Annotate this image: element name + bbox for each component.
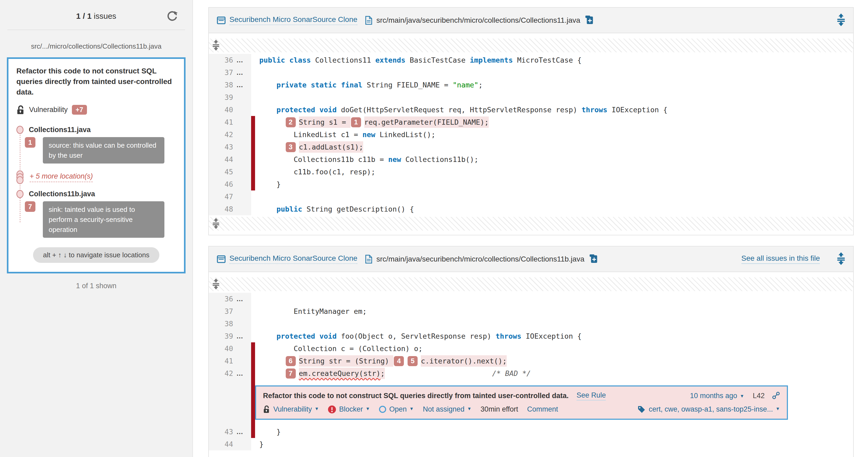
code-token: "name" <box>453 81 479 89</box>
line-number[interactable]: 42 <box>209 130 236 139</box>
scm-info-toggle[interactable]: … <box>236 56 251 64</box>
scm-info-toggle[interactable]: … <box>236 81 251 89</box>
chevron-down-icon: ▼ <box>314 406 319 412</box>
line-number[interactable]: 36 <box>209 56 236 64</box>
issue-location-badge[interactable]: 4 <box>394 356 404 366</box>
expand-code-below-strip[interactable] <box>209 217 853 231</box>
inline-issue-box[interactable]: Refactor this code to not construct SQL … <box>255 385 788 420</box>
issue-type-dropdown[interactable]: Vulnerability ▼ <box>263 405 319 414</box>
code-token: throws <box>582 106 608 114</box>
expand-panel-button[interactable] <box>837 252 845 266</box>
flow-location-row[interactable]: 7 sink: tainted value is used to perform… <box>25 201 176 238</box>
comment-button[interactable]: Comment <box>527 405 558 414</box>
issue-location-badge[interactable]: 1 <box>351 117 361 127</box>
line-number[interactable]: 37 <box>209 307 236 316</box>
line-number[interactable]: 42 <box>209 369 236 378</box>
scm-info-toggle[interactable]: … <box>236 332 251 340</box>
code-text <box>255 191 853 203</box>
coverage-bar-empty <box>251 293 255 305</box>
scm-info-toggle[interactable]: … <box>236 369 251 378</box>
flow-location-row[interactable]: 1 source: this value can be controlled b… <box>25 137 176 164</box>
issue-severity-dropdown[interactable]: Blocker ▼ <box>328 405 370 414</box>
line-gutter: 41 <box>209 116 251 128</box>
code-text <box>255 91 853 103</box>
permalink-button[interactable] <box>772 391 780 400</box>
issue-location-badge[interactable]: 2 <box>286 117 296 127</box>
code-token: class <box>289 56 311 64</box>
flow-file-bullet-icon <box>17 190 24 198</box>
scm-info-toggle[interactable]: … <box>236 428 251 436</box>
flow-file-row: Collections11.java <box>17 126 176 134</box>
project-link[interactable]: Securibench Micro SonarSource Clone <box>229 254 358 264</box>
line-gutter: 42 <box>209 128 251 141</box>
expand-code-above-strip[interactable] <box>209 39 853 52</box>
line-number[interactable]: 47 <box>209 193 236 201</box>
issue-tags-dropdown[interactable]: cert, cwe, owasp-a1, sans-top25-inse... … <box>638 405 780 414</box>
line-number[interactable]: 44 <box>209 155 236 164</box>
scm-info-toggle[interactable]: … <box>236 68 251 76</box>
coverage-bar-empty <box>251 305 255 318</box>
selected-issue-card[interactable]: Refactor this code to not construct SQL … <box>7 57 186 273</box>
project-link[interactable]: Securibench Micro SonarSource Clone <box>229 15 358 25</box>
code-line: 42 LinkedList c1 = new LinkedList(); <box>209 128 853 141</box>
see-all-issues-link[interactable]: See all issues in this file <box>741 254 820 264</box>
expand-lines-button[interactable] <box>213 218 219 230</box>
code-line: 40 Collection c = (Collection) o; <box>209 342 853 355</box>
expand-code-above-strip[interactable] <box>209 278 853 291</box>
issues-count: 1 / 1 <box>76 12 91 20</box>
line-gutter: 47 <box>209 191 251 203</box>
code-text: protected void foo(Object o, ServletResp… <box>255 330 853 342</box>
line-number[interactable]: 44 <box>209 440 236 448</box>
code-token: new <box>388 155 401 164</box>
issue-assignee-dropdown[interactable]: Not assigned ▼ <box>423 405 471 414</box>
issue-coverage-bar <box>251 355 255 367</box>
issue-location-badge[interactable]: 5 <box>408 356 417 366</box>
line-gutter: 44 <box>209 438 251 450</box>
issue-location-badge[interactable]: 7 <box>286 368 296 379</box>
reload-issues-button[interactable] <box>166 10 179 23</box>
issue-status-dropdown[interactable]: Open ▼ <box>379 405 414 414</box>
chevron-down-icon: ▼ <box>366 406 370 412</box>
code-token <box>285 56 289 64</box>
line-number[interactable]: 37 <box>209 68 236 76</box>
line-number[interactable]: 41 <box>209 357 236 365</box>
issues-count-label: issues <box>94 12 116 20</box>
code-token: c1.addLast(s1); <box>299 141 364 153</box>
issue-location-badge[interactable]: 7 <box>25 201 35 212</box>
issue-coverage-bar <box>251 380 255 426</box>
expand-lines-button[interactable] <box>213 279 219 290</box>
code-token: IOException { <box>522 332 582 340</box>
scm-info-toggle[interactable]: … <box>236 295 251 303</box>
project-icon <box>217 16 226 25</box>
line-number[interactable]: 40 <box>209 106 236 114</box>
line-number[interactable]: 48 <box>209 205 236 213</box>
line-gutter: 36… <box>209 54 251 66</box>
expand-panel-button[interactable] <box>837 13 845 27</box>
line-number[interactable]: 36 <box>209 295 236 303</box>
locations-count-badge[interactable]: +7 <box>72 105 87 115</box>
file-icon <box>365 15 373 25</box>
line-number[interactable]: 41 <box>209 118 236 126</box>
line-number[interactable]: 39 <box>209 332 236 340</box>
vulnerability-lock-icon <box>263 405 270 414</box>
more-locations-row[interactable]: + 5 more location(s) <box>17 170 176 184</box>
issue-location-badge[interactable]: 6 <box>286 356 296 366</box>
copy-path-button[interactable] <box>589 254 598 264</box>
issue-location-badge[interactable]: 3 <box>286 142 296 152</box>
line-number[interactable]: 43 <box>209 428 236 436</box>
issue-age-dropdown[interactable]: 10 months ago▼ <box>690 392 744 400</box>
expand-locations-link[interactable]: + 5 more location(s) <box>30 172 93 182</box>
see-rule-link[interactable]: See Rule <box>577 391 606 400</box>
line-number[interactable]: 43 <box>209 143 236 151</box>
issue-coverage-bar <box>251 141 255 153</box>
issue-location-badge[interactable]: 1 <box>25 137 35 148</box>
line-number[interactable]: 46 <box>209 180 236 188</box>
copy-path-button[interactable] <box>585 15 593 26</box>
code-line: 40 protected void doGet(HttpServletReque… <box>209 103 853 116</box>
line-number[interactable]: 39 <box>209 93 236 101</box>
expand-lines-button[interactable] <box>213 40 219 52</box>
line-number[interactable]: 38 <box>209 320 236 328</box>
line-number[interactable]: 40 <box>209 345 236 353</box>
line-number[interactable]: 45 <box>209 168 236 176</box>
line-number[interactable]: 38 <box>209 81 236 89</box>
